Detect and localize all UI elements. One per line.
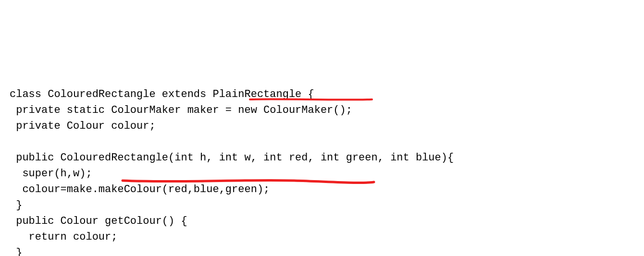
code-line-2: private static ColourMaker maker = new C…: [10, 104, 352, 116]
code-line-3: private Colour colour;: [10, 120, 156, 132]
code-line-7: colour=make.makeColour(red,blue,green);: [10, 183, 270, 195]
code-line-1: class ColouredRectangle extends PlainRec…: [10, 88, 314, 100]
code-line-5: public ColouredRectangle(int h, int w, i…: [10, 152, 454, 164]
code-line-9: public Colour getColour() {: [10, 215, 187, 227]
code-line-8: }: [10, 199, 22, 211]
code-line-11: }: [10, 247, 22, 256]
code-line-6: super(h,w);: [10, 168, 92, 180]
code-block: class ColouredRectangle extends PlainRec…: [10, 71, 634, 256]
code-line-10: return colour;: [10, 231, 117, 243]
